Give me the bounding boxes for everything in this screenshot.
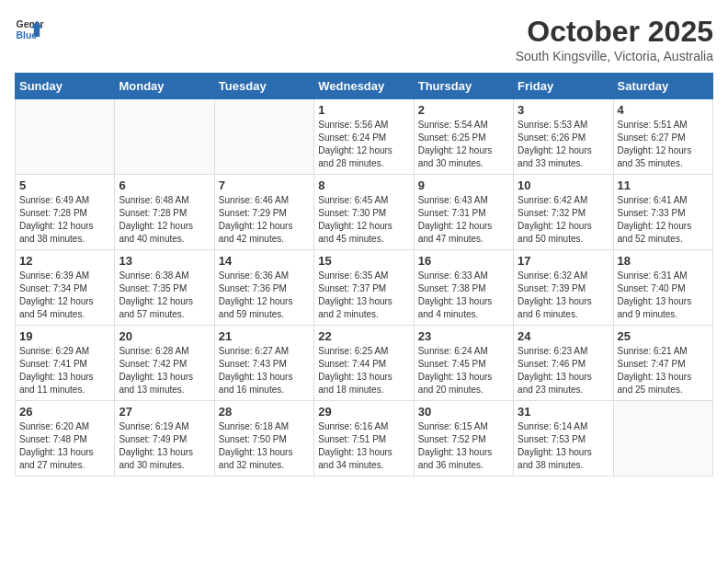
calendar-cell: 2Sunrise: 5:54 AM Sunset: 6:25 PM Daylig… [414, 99, 513, 175]
day-info: Sunrise: 6:38 AM Sunset: 7:35 PM Dayligh… [119, 270, 210, 321]
page-header: General Blue October 2025 South Kingsvil… [15, 15, 713, 63]
day-info: Sunrise: 6:39 AM Sunset: 7:34 PM Dayligh… [19, 270, 110, 321]
week-row-2: 5Sunrise: 6:49 AM Sunset: 7:28 PM Daylig… [16, 175, 713, 250]
day-info: Sunrise: 6:49 AM Sunset: 7:28 PM Dayligh… [19, 194, 110, 246]
day-number: 7 [219, 178, 310, 192]
day-number: 29 [318, 405, 409, 419]
day-info: Sunrise: 6:32 AM Sunset: 7:39 PM Dayligh… [518, 270, 609, 321]
calendar-cell: 29Sunrise: 6:16 AM Sunset: 7:51 PM Dayli… [314, 401, 414, 477]
day-number: 19 [19, 329, 110, 343]
day-info: Sunrise: 5:53 AM Sunset: 6:26 PM Dayligh… [518, 119, 609, 170]
day-info: Sunrise: 6:46 AM Sunset: 7:29 PM Dayligh… [219, 194, 310, 246]
month-title: October 2025 [516, 15, 713, 49]
calendar-cell: 28Sunrise: 6:18 AM Sunset: 7:50 PM Dayli… [214, 401, 313, 477]
calendar-cell: 9Sunrise: 6:43 AM Sunset: 7:31 PM Daylig… [414, 175, 513, 250]
day-info: Sunrise: 6:36 AM Sunset: 7:36 PM Dayligh… [219, 270, 310, 321]
day-header-monday: Monday [115, 74, 214, 99]
day-number: 2 [418, 103, 509, 117]
day-info: Sunrise: 6:45 AM Sunset: 7:30 PM Dayligh… [318, 194, 409, 246]
calendar-cell: 24Sunrise: 6:23 AM Sunset: 7:46 PM Dayli… [514, 326, 613, 401]
day-info: Sunrise: 5:56 AM Sunset: 6:24 PM Dayligh… [318, 119, 409, 170]
day-info: Sunrise: 6:16 AM Sunset: 7:51 PM Dayligh… [318, 420, 409, 472]
calendar-cell: 14Sunrise: 6:36 AM Sunset: 7:36 PM Dayli… [214, 250, 313, 326]
day-info: Sunrise: 6:20 AM Sunset: 7:48 PM Dayligh… [19, 420, 110, 472]
day-info: Sunrise: 6:35 AM Sunset: 7:37 PM Dayligh… [318, 270, 409, 321]
day-info: Sunrise: 5:54 AM Sunset: 6:25 PM Dayligh… [418, 119, 509, 170]
day-number: 20 [119, 329, 210, 343]
day-info: Sunrise: 6:29 AM Sunset: 7:41 PM Dayligh… [19, 345, 110, 396]
day-number: 16 [418, 254, 509, 268]
day-header-saturday: Saturday [613, 74, 712, 99]
day-header-friday: Friday [514, 74, 613, 99]
day-number: 3 [518, 103, 609, 117]
calendar-cell: 15Sunrise: 6:35 AM Sunset: 7:37 PM Dayli… [314, 250, 414, 326]
title-block: October 2025 South Kingsville, Victoria,… [516, 15, 713, 63]
day-header-wednesday: Wednesday [314, 74, 414, 99]
day-info: Sunrise: 6:15 AM Sunset: 7:52 PM Dayligh… [418, 420, 509, 472]
calendar-cell: 31Sunrise: 6:14 AM Sunset: 7:53 PM Dayli… [514, 401, 613, 477]
day-number: 30 [418, 405, 509, 419]
day-info: Sunrise: 6:31 AM Sunset: 7:40 PM Dayligh… [618, 270, 709, 321]
day-number: 31 [518, 405, 609, 419]
calendar-cell: 6Sunrise: 6:48 AM Sunset: 7:28 PM Daylig… [115, 175, 214, 250]
day-number: 17 [518, 254, 609, 268]
calendar-cell: 18Sunrise: 6:31 AM Sunset: 7:40 PM Dayli… [613, 250, 712, 326]
day-info: Sunrise: 6:43 AM Sunset: 7:31 PM Dayligh… [418, 194, 509, 246]
day-number: 9 [418, 178, 509, 192]
calendar-cell: 21Sunrise: 6:27 AM Sunset: 7:43 PM Dayli… [214, 326, 313, 401]
calendar-cell: 3Sunrise: 5:53 AM Sunset: 6:26 PM Daylig… [514, 99, 613, 175]
calendar-cell [613, 401, 712, 477]
day-info: Sunrise: 6:27 AM Sunset: 7:43 PM Dayligh… [219, 345, 310, 396]
day-header-sunday: Sunday [16, 74, 115, 99]
day-info: Sunrise: 6:21 AM Sunset: 7:47 PM Dayligh… [618, 345, 709, 396]
day-number: 26 [19, 405, 110, 419]
week-row-4: 19Sunrise: 6:29 AM Sunset: 7:41 PM Dayli… [16, 326, 713, 401]
day-number: 25 [618, 329, 709, 343]
calendar-table: SundayMondayTuesdayWednesdayThursdayFrid… [15, 73, 713, 477]
calendar-cell: 22Sunrise: 6:25 AM Sunset: 7:44 PM Dayli… [314, 326, 414, 401]
calendar-cell: 11Sunrise: 6:41 AM Sunset: 7:33 PM Dayli… [613, 175, 712, 250]
day-number: 6 [119, 178, 210, 192]
calendar-cell: 27Sunrise: 6:19 AM Sunset: 7:49 PM Dayli… [115, 401, 214, 477]
day-number: 23 [418, 329, 509, 343]
day-number: 5 [19, 178, 110, 192]
day-info: Sunrise: 6:25 AM Sunset: 7:44 PM Dayligh… [318, 345, 409, 396]
calendar-cell: 7Sunrise: 6:46 AM Sunset: 7:29 PM Daylig… [214, 175, 313, 250]
calendar-cell: 30Sunrise: 6:15 AM Sunset: 7:52 PM Dayli… [414, 401, 513, 477]
day-header-row: SundayMondayTuesdayWednesdayThursdayFrid… [16, 74, 713, 99]
day-number: 18 [618, 254, 709, 268]
day-info: Sunrise: 6:23 AM Sunset: 7:46 PM Dayligh… [518, 345, 609, 396]
calendar-cell [115, 99, 214, 175]
calendar-cell: 13Sunrise: 6:38 AM Sunset: 7:35 PM Dayli… [115, 250, 214, 326]
week-row-3: 12Sunrise: 6:39 AM Sunset: 7:34 PM Dayli… [16, 250, 713, 326]
day-info: Sunrise: 6:19 AM Sunset: 7:49 PM Dayligh… [119, 420, 210, 472]
day-info: Sunrise: 6:48 AM Sunset: 7:28 PM Dayligh… [119, 194, 210, 246]
day-number: 4 [618, 103, 709, 117]
week-row-1: 1Sunrise: 5:56 AM Sunset: 6:24 PM Daylig… [16, 99, 713, 175]
location-subtitle: South Kingsville, Victoria, Australia [516, 49, 713, 63]
day-info: Sunrise: 6:24 AM Sunset: 7:45 PM Dayligh… [418, 345, 509, 396]
calendar-cell [16, 99, 115, 175]
logo: General Blue [15, 15, 44, 44]
day-number: 27 [119, 405, 210, 419]
calendar-cell: 26Sunrise: 6:20 AM Sunset: 7:48 PM Dayli… [16, 401, 115, 477]
day-info: Sunrise: 6:42 AM Sunset: 7:32 PM Dayligh… [518, 194, 609, 246]
day-number: 10 [518, 178, 609, 192]
day-number: 28 [219, 405, 310, 419]
day-info: Sunrise: 5:51 AM Sunset: 6:27 PM Dayligh… [618, 119, 709, 170]
day-number: 1 [318, 103, 409, 117]
day-number: 11 [618, 178, 709, 192]
calendar-cell: 23Sunrise: 6:24 AM Sunset: 7:45 PM Dayli… [414, 326, 513, 401]
calendar-cell: 20Sunrise: 6:28 AM Sunset: 7:42 PM Dayli… [115, 326, 214, 401]
day-number: 13 [119, 254, 210, 268]
day-info: Sunrise: 6:41 AM Sunset: 7:33 PM Dayligh… [618, 194, 709, 246]
calendar-cell: 12Sunrise: 6:39 AM Sunset: 7:34 PM Dayli… [16, 250, 115, 326]
day-number: 15 [318, 254, 409, 268]
calendar-cell [214, 99, 313, 175]
logo-icon: General Blue [15, 15, 44, 44]
day-info: Sunrise: 6:14 AM Sunset: 7:53 PM Dayligh… [518, 420, 609, 472]
day-number: 21 [219, 329, 310, 343]
day-number: 24 [518, 329, 609, 343]
calendar-cell: 17Sunrise: 6:32 AM Sunset: 7:39 PM Dayli… [514, 250, 613, 326]
calendar-cell: 8Sunrise: 6:45 AM Sunset: 7:30 PM Daylig… [314, 175, 414, 250]
